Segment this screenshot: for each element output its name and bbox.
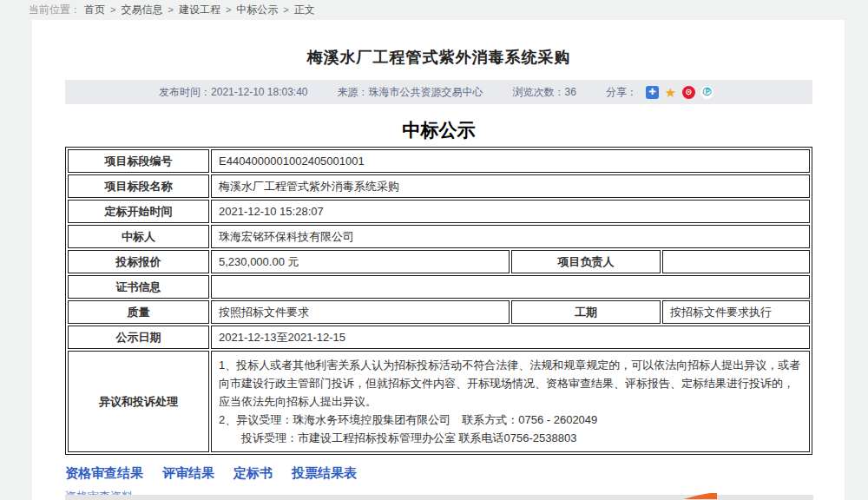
breadcrumb-item[interactable]: 建设工程 <box>179 3 220 16</box>
content-card: 梅溪水厂工程管式紫外消毒系统采购 发布时间： 2021-12-10 18:03:… <box>32 20 845 500</box>
breadcrumb-separator: > <box>168 4 173 15</box>
attachment-links: 资格审查结果评审结果定标书投票结果表 <box>65 465 812 482</box>
view-count: 浏览次数： 36 <box>513 85 576 100</box>
field-value-cell: 5,230,000.00 元 <box>211 250 510 273</box>
table-row: 证书信息 <box>68 275 810 299</box>
field-label-cell: 证书信息 <box>68 275 209 299</box>
attachment-link[interactable]: 定标书 <box>233 465 273 482</box>
breadcrumb-separator: > <box>283 4 288 15</box>
section-title: 中标公示 <box>65 118 812 142</box>
field-value-cell: 2021-12-13至2021-12-15 <box>211 326 810 349</box>
field-label-cell: 项目标段名称 <box>68 174 209 198</box>
breadcrumb-item[interactable]: 中标公示 <box>236 3 278 16</box>
bottom-divider-bar <box>65 495 813 500</box>
table-row: 中标人珠海宏铭环保科技有限公司 <box>68 225 810 248</box>
publish-time: 发布时间： 2021-12-10 18:03:40 <box>159 85 307 100</box>
meta-bar: 发布时间： 2021-12-10 18:03:40 来源： 珠海市公共资源交易中… <box>65 80 812 104</box>
breadcrumb: 当前位置： 首页>交易信息>建设工程>中标公示>正文 <box>0 0 868 20</box>
attachment-link[interactable]: 评审结果 <box>162 465 214 482</box>
share-group: 分享： ✚★⊙Ⓟ <box>606 85 719 100</box>
breadcrumb-separator: > <box>226 4 231 15</box>
orange-logo-fragment <box>684 493 717 499</box>
weibo-share-icon[interactable]: ⊙ <box>682 86 695 99</box>
field-value-cell <box>662 250 810 273</box>
field-value-cell: 珠海宏铭环保科技有限公司 <box>211 225 810 248</box>
table-row: 质量按照招标文件要求工期按招标文件要求执行 <box>68 300 810 324</box>
field-value-cell: 1、投标人或者其他利害关系人认为招标投标活动不符合法律、法规和规章规定的，可以依… <box>211 351 810 452</box>
field-label-cell: 定标开始时间 <box>68 200 209 223</box>
field-label-cell: 质量 <box>68 300 209 324</box>
share-icons: ✚★⊙Ⓟ <box>646 86 719 99</box>
page: 当前位置： 首页>交易信息>建设工程>中标公示>正文 梅溪水厂工程管式紫外消毒系… <box>0 0 868 500</box>
field-value-cell: 按照招标文件要求 <box>211 300 510 324</box>
table-row: 异议和投诉处理1、投标人或者其他利害关系人认为招标投标活动不符合法律、法规和规章… <box>68 351 810 452</box>
attachment-link[interactable]: 资格审查结果 <box>65 465 143 482</box>
field-value-cell: 2021-12-10 15:28:07 <box>211 200 810 223</box>
breadcrumb-item[interactable]: 交易信息 <box>121 3 162 16</box>
breadcrumb-separator: > <box>110 4 115 15</box>
wechat-share-icon[interactable]: Ⓟ <box>700 86 713 99</box>
qzone-share-icon[interactable]: ✚ <box>646 86 659 99</box>
table-row: 项目标段名称梅溪水厂工程管式紫外消毒系统采购 <box>68 174 810 198</box>
field-label-cell: 项目标段编号 <box>68 149 209 173</box>
table-row: 投标报价5,230,000.00 元项目负责人 <box>68 250 810 273</box>
field-label-cell: 项目负责人 <box>511 250 661 273</box>
table-row: 公示日期2021-12-13至2021-12-15 <box>68 326 810 349</box>
table-row: 定标开始时间2021-12-10 15:28:07 <box>68 200 810 223</box>
field-value-cell: 按招标文件要求执行 <box>662 300 810 324</box>
field-value-cell: E4404000001002405001001 <box>211 149 810 173</box>
field-value-cell <box>211 275 810 299</box>
field-label-cell: 异议和投诉处理 <box>68 351 209 452</box>
field-label-cell: 工期 <box>511 300 661 324</box>
attachment-link[interactable]: 投票结果表 <box>292 465 357 482</box>
favorite-star-icon[interactable]: ★ <box>664 86 677 99</box>
breadcrumb-item[interactable]: 正文 <box>294 3 315 16</box>
field-label-cell: 公示日期 <box>68 326 209 349</box>
breadcrumb-item[interactable]: 首页 <box>84 3 105 16</box>
field-value-cell: 梅溪水厂工程管式紫外消毒系统采购 <box>211 174 810 198</box>
source: 来源： 珠海市公共资源交易中心 <box>338 85 483 100</box>
page-title: 梅溪水厂工程管式紫外消毒系统采购 <box>65 47 812 68</box>
bid-announcement-table: 项目标段编号E4404000001002405001001项目标段名称梅溪水厂工… <box>65 147 812 455</box>
breadcrumb-items: 首页>交易信息>建设工程>中标公示>正文 <box>84 3 315 17</box>
field-label-cell: 投标报价 <box>68 250 209 273</box>
breadcrumb-label: 当前位置： <box>29 3 81 17</box>
table-row: 项目标段编号E4404000001002405001001 <box>68 149 810 173</box>
field-label-cell: 中标人 <box>68 225 209 248</box>
